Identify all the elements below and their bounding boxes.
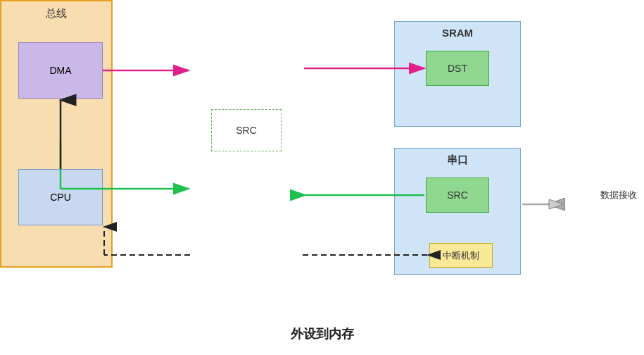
sram-title: SRAM bbox=[394, 27, 521, 39]
main-title: 外设到内存 bbox=[0, 325, 644, 342]
cpu-label: CPU bbox=[50, 192, 71, 203]
svg-marker-18 bbox=[549, 199, 563, 209]
serial-title: 串口 bbox=[394, 154, 521, 167]
bus-box: 总线 bbox=[0, 0, 113, 268]
cpu-box: CPU bbox=[18, 169, 103, 225]
dma-box: DMA bbox=[18, 42, 103, 99]
bus-title: 总线 bbox=[46, 7, 67, 20]
src-bus-box: SRC bbox=[211, 109, 282, 151]
dst-box: DST bbox=[426, 51, 489, 86]
src-serial-box: SRC bbox=[426, 178, 489, 213]
src-bus-label: SRC bbox=[236, 125, 257, 136]
data-receive-label: 数据接收 bbox=[600, 189, 637, 201]
src-serial-label: SRC bbox=[447, 189, 468, 201]
dma-label: DMA bbox=[49, 65, 71, 76]
interrupt-label: 中断机制 bbox=[443, 249, 479, 262]
diagram-container: DMA CPU 总线 SRC SRAM DST 串口 SRC 中断机制 数据接收 bbox=[0, 0, 644, 355]
interrupt-box: 中断机制 bbox=[429, 243, 493, 268]
dst-label: DST bbox=[448, 63, 467, 74]
